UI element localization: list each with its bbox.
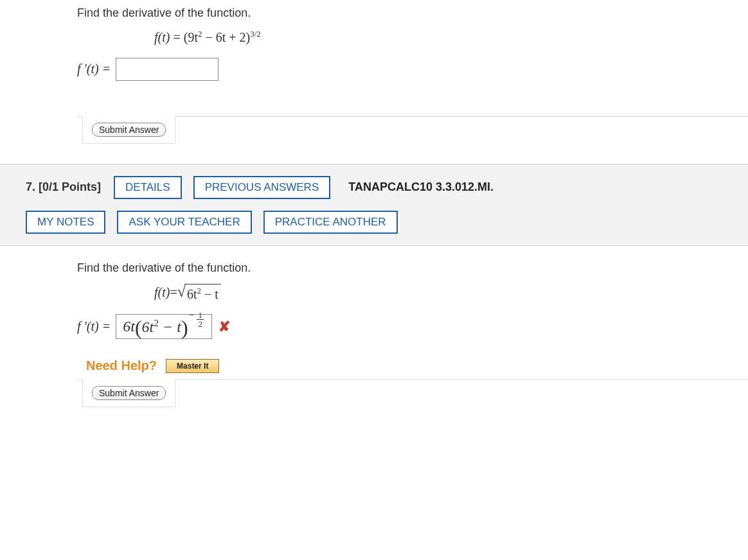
q6-answer-input[interactable] [116,58,218,81]
q7-answer-box[interactable]: 6t ( 6t2 − t ) − 1 2 [116,314,212,339]
q7-submit-button[interactable]: Submit Answer [92,386,166,400]
practice-another-button[interactable]: PRACTICE ANOTHER [263,211,398,234]
q6-equation: f(t) = (9t2 − 6t + 2)3/2 [154,29,748,45]
my-notes-button[interactable]: MY NOTES [26,211,105,234]
incorrect-icon: ✘ [218,319,230,335]
ask-your-teacher-button[interactable]: ASK YOUR TEACHER [117,211,251,234]
master-it-button[interactable]: Master It [166,359,219,373]
details-button[interactable]: DETAILS [114,176,182,199]
q6-answer-lhs: f '(t) = [77,62,111,76]
q7-submit-area: Submit Answer [77,380,748,408]
previous-answers-button[interactable]: PREVIOUS ANSWERS [193,176,331,199]
q6-submit-area: Submit Answer [77,116,748,144]
q7-equation: f(t) = √ 6t2 − t [154,284,748,302]
q6-submit-button[interactable]: Submit Answer [92,123,166,137]
q7-reference: TANAPCALC10 3.3.012.MI. [348,180,494,194]
q7-prompt: Find the derivative of the function. [77,261,748,275]
q6-prompt: Find the derivative of the function. [77,6,748,20]
q7-number-points: 7. [0/1 Points] [26,180,101,194]
q7-answer-lhs: f '(t) = [77,319,111,334]
q7-header: 7. [0/1 Points] DETAILS PREVIOUS ANSWERS… [0,164,748,246]
need-help-label: Need Help? [86,358,157,373]
